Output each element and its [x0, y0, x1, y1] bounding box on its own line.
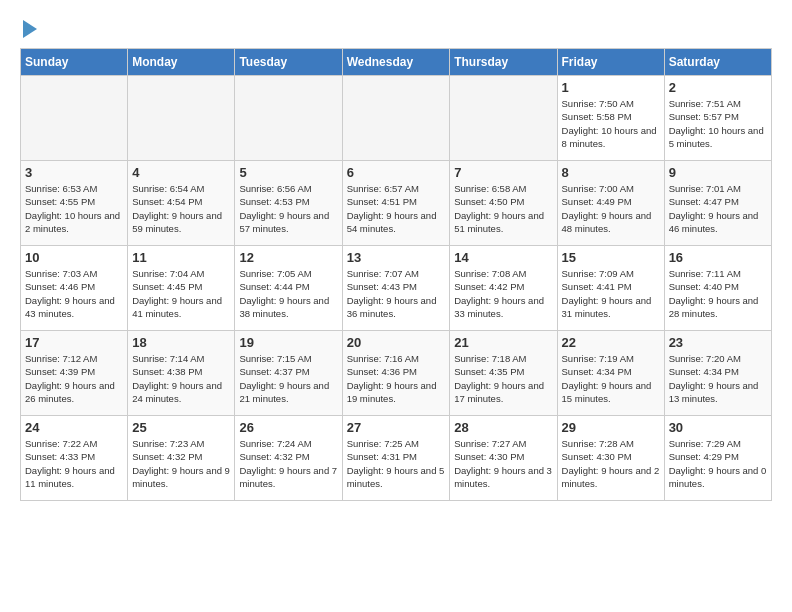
calendar-week-row: 24Sunrise: 7:22 AM Sunset: 4:33 PM Dayli…	[21, 416, 772, 501]
calendar-week-row: 1Sunrise: 7:50 AM Sunset: 5:58 PM Daylig…	[21, 76, 772, 161]
day-info: Sunrise: 7:00 AM Sunset: 4:49 PM Dayligh…	[562, 182, 660, 235]
calendar-cell: 8Sunrise: 7:00 AM Sunset: 4:49 PM Daylig…	[557, 161, 664, 246]
day-info: Sunrise: 7:28 AM Sunset: 4:30 PM Dayligh…	[562, 437, 660, 490]
calendar-cell: 21Sunrise: 7:18 AM Sunset: 4:35 PM Dayli…	[450, 331, 557, 416]
day-info: Sunrise: 7:03 AM Sunset: 4:46 PM Dayligh…	[25, 267, 123, 320]
calendar-cell: 11Sunrise: 7:04 AM Sunset: 4:45 PM Dayli…	[128, 246, 235, 331]
calendar-week-row: 17Sunrise: 7:12 AM Sunset: 4:39 PM Dayli…	[21, 331, 772, 416]
day-number: 9	[669, 165, 767, 180]
day-info: Sunrise: 7:51 AM Sunset: 5:57 PM Dayligh…	[669, 97, 767, 150]
calendar-cell: 25Sunrise: 7:23 AM Sunset: 4:32 PM Dayli…	[128, 416, 235, 501]
calendar-cell: 12Sunrise: 7:05 AM Sunset: 4:44 PM Dayli…	[235, 246, 342, 331]
day-number: 20	[347, 335, 446, 350]
calendar-cell: 6Sunrise: 6:57 AM Sunset: 4:51 PM Daylig…	[342, 161, 450, 246]
day-number: 13	[347, 250, 446, 265]
day-info: Sunrise: 7:24 AM Sunset: 4:32 PM Dayligh…	[239, 437, 337, 490]
day-info: Sunrise: 7:19 AM Sunset: 4:34 PM Dayligh…	[562, 352, 660, 405]
calendar-cell: 24Sunrise: 7:22 AM Sunset: 4:33 PM Dayli…	[21, 416, 128, 501]
logo-arrow-icon	[23, 20, 37, 38]
calendar-cell	[21, 76, 128, 161]
day-info: Sunrise: 7:16 AM Sunset: 4:36 PM Dayligh…	[347, 352, 446, 405]
day-number: 27	[347, 420, 446, 435]
day-number: 26	[239, 420, 337, 435]
calendar-cell	[128, 76, 235, 161]
column-header-tuesday: Tuesday	[235, 49, 342, 76]
day-info: Sunrise: 7:22 AM Sunset: 4:33 PM Dayligh…	[25, 437, 123, 490]
day-info: Sunrise: 7:01 AM Sunset: 4:47 PM Dayligh…	[669, 182, 767, 235]
calendar-cell: 5Sunrise: 6:56 AM Sunset: 4:53 PM Daylig…	[235, 161, 342, 246]
day-number: 6	[347, 165, 446, 180]
day-info: Sunrise: 6:56 AM Sunset: 4:53 PM Dayligh…	[239, 182, 337, 235]
day-info: Sunrise: 7:14 AM Sunset: 4:38 PM Dayligh…	[132, 352, 230, 405]
day-info: Sunrise: 7:25 AM Sunset: 4:31 PM Dayligh…	[347, 437, 446, 490]
calendar-cell	[342, 76, 450, 161]
calendar-cell: 14Sunrise: 7:08 AM Sunset: 4:42 PM Dayli…	[450, 246, 557, 331]
calendar-cell: 19Sunrise: 7:15 AM Sunset: 4:37 PM Dayli…	[235, 331, 342, 416]
day-info: Sunrise: 7:50 AM Sunset: 5:58 PM Dayligh…	[562, 97, 660, 150]
calendar-cell: 27Sunrise: 7:25 AM Sunset: 4:31 PM Dayli…	[342, 416, 450, 501]
day-number: 5	[239, 165, 337, 180]
calendar-cell: 28Sunrise: 7:27 AM Sunset: 4:30 PM Dayli…	[450, 416, 557, 501]
day-number: 23	[669, 335, 767, 350]
day-info: Sunrise: 7:08 AM Sunset: 4:42 PM Dayligh…	[454, 267, 552, 320]
calendar-cell: 29Sunrise: 7:28 AM Sunset: 4:30 PM Dayli…	[557, 416, 664, 501]
day-number: 29	[562, 420, 660, 435]
calendar-cell: 18Sunrise: 7:14 AM Sunset: 4:38 PM Dayli…	[128, 331, 235, 416]
column-header-monday: Monday	[128, 49, 235, 76]
day-info: Sunrise: 6:53 AM Sunset: 4:55 PM Dayligh…	[25, 182, 123, 235]
day-number: 17	[25, 335, 123, 350]
calendar-header-row: SundayMondayTuesdayWednesdayThursdayFrid…	[21, 49, 772, 76]
calendar-cell: 3Sunrise: 6:53 AM Sunset: 4:55 PM Daylig…	[21, 161, 128, 246]
calendar-cell: 30Sunrise: 7:29 AM Sunset: 4:29 PM Dayli…	[664, 416, 771, 501]
day-number: 4	[132, 165, 230, 180]
day-number: 10	[25, 250, 123, 265]
day-number: 1	[562, 80, 660, 95]
day-info: Sunrise: 7:18 AM Sunset: 4:35 PM Dayligh…	[454, 352, 552, 405]
calendar-cell	[235, 76, 342, 161]
day-info: Sunrise: 7:04 AM Sunset: 4:45 PM Dayligh…	[132, 267, 230, 320]
day-info: Sunrise: 7:07 AM Sunset: 4:43 PM Dayligh…	[347, 267, 446, 320]
day-number: 21	[454, 335, 552, 350]
day-number: 12	[239, 250, 337, 265]
day-info: Sunrise: 7:11 AM Sunset: 4:40 PM Dayligh…	[669, 267, 767, 320]
logo	[20, 20, 37, 38]
calendar-week-row: 3Sunrise: 6:53 AM Sunset: 4:55 PM Daylig…	[21, 161, 772, 246]
day-info: Sunrise: 6:58 AM Sunset: 4:50 PM Dayligh…	[454, 182, 552, 235]
calendar-cell: 10Sunrise: 7:03 AM Sunset: 4:46 PM Dayli…	[21, 246, 128, 331]
day-number: 16	[669, 250, 767, 265]
day-info: Sunrise: 7:20 AM Sunset: 4:34 PM Dayligh…	[669, 352, 767, 405]
day-info: Sunrise: 6:57 AM Sunset: 4:51 PM Dayligh…	[347, 182, 446, 235]
day-number: 2	[669, 80, 767, 95]
day-info: Sunrise: 7:27 AM Sunset: 4:30 PM Dayligh…	[454, 437, 552, 490]
calendar-cell: 7Sunrise: 6:58 AM Sunset: 4:50 PM Daylig…	[450, 161, 557, 246]
column-header-sunday: Sunday	[21, 49, 128, 76]
calendar-cell: 2Sunrise: 7:51 AM Sunset: 5:57 PM Daylig…	[664, 76, 771, 161]
day-number: 7	[454, 165, 552, 180]
day-number: 25	[132, 420, 230, 435]
day-info: Sunrise: 7:23 AM Sunset: 4:32 PM Dayligh…	[132, 437, 230, 490]
calendar-cell: 15Sunrise: 7:09 AM Sunset: 4:41 PM Dayli…	[557, 246, 664, 331]
calendar-table: SundayMondayTuesdayWednesdayThursdayFrid…	[20, 48, 772, 501]
day-number: 22	[562, 335, 660, 350]
day-number: 30	[669, 420, 767, 435]
day-info: Sunrise: 7:12 AM Sunset: 4:39 PM Dayligh…	[25, 352, 123, 405]
column-header-wednesday: Wednesday	[342, 49, 450, 76]
day-number: 28	[454, 420, 552, 435]
day-number: 24	[25, 420, 123, 435]
day-info: Sunrise: 7:09 AM Sunset: 4:41 PM Dayligh…	[562, 267, 660, 320]
day-number: 14	[454, 250, 552, 265]
page-header	[20, 20, 772, 38]
day-number: 15	[562, 250, 660, 265]
column-header-friday: Friday	[557, 49, 664, 76]
column-header-saturday: Saturday	[664, 49, 771, 76]
calendar-week-row: 10Sunrise: 7:03 AM Sunset: 4:46 PM Dayli…	[21, 246, 772, 331]
calendar-cell: 26Sunrise: 7:24 AM Sunset: 4:32 PM Dayli…	[235, 416, 342, 501]
calendar-cell	[450, 76, 557, 161]
day-number: 19	[239, 335, 337, 350]
calendar-cell: 23Sunrise: 7:20 AM Sunset: 4:34 PM Dayli…	[664, 331, 771, 416]
calendar-cell: 4Sunrise: 6:54 AM Sunset: 4:54 PM Daylig…	[128, 161, 235, 246]
calendar-cell: 17Sunrise: 7:12 AM Sunset: 4:39 PM Dayli…	[21, 331, 128, 416]
calendar-cell: 22Sunrise: 7:19 AM Sunset: 4:34 PM Dayli…	[557, 331, 664, 416]
day-number: 3	[25, 165, 123, 180]
day-info: Sunrise: 6:54 AM Sunset: 4:54 PM Dayligh…	[132, 182, 230, 235]
